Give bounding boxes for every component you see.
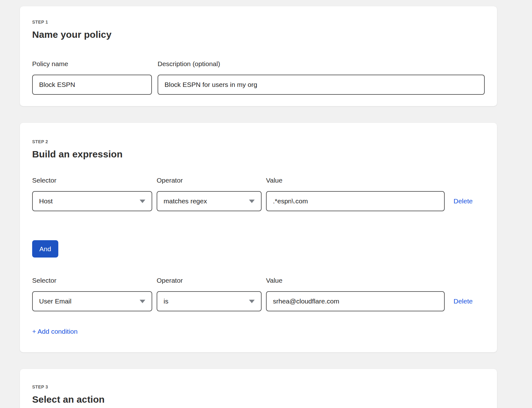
step2-title: Build an expression xyxy=(32,149,485,160)
value-field: Value xyxy=(266,177,445,211)
selector-dropdown[interactable]: User Email xyxy=(32,291,152,311)
value-label: Value xyxy=(266,177,445,184)
selector-label: Selector xyxy=(32,277,152,284)
operator-label: Operator xyxy=(157,277,262,284)
selector-field: Selector User Email xyxy=(32,277,152,311)
step3-card: STEP 3 Select an action xyxy=(20,369,497,408)
condition-row: Selector User Email Operator is Value De… xyxy=(32,277,485,311)
selector-label: Selector xyxy=(32,177,152,184)
operator-field: Operator is xyxy=(157,277,262,311)
operator-dropdown[interactable]: is xyxy=(157,291,262,311)
policy-builder-page: STEP 1 Name your policy Policy name Desc… xyxy=(0,0,532,408)
add-condition-link[interactable]: + Add condition xyxy=(32,328,78,335)
policy-name-field: Policy name xyxy=(32,60,152,95)
condition-value-input[interactable] xyxy=(266,291,445,311)
step1-label: STEP 1 xyxy=(32,20,485,25)
value-field: Value xyxy=(266,277,445,311)
step3-label: STEP 3 xyxy=(32,384,485,389)
description-input[interactable] xyxy=(158,75,485,95)
step1-card: STEP 1 Name your policy Policy name Desc… xyxy=(20,6,497,106)
and-button[interactable]: And xyxy=(32,240,58,258)
selector-dropdown[interactable]: Host xyxy=(32,191,152,211)
chevron-down-icon xyxy=(249,300,255,303)
policy-name-row: Policy name Description (optional) xyxy=(32,60,485,95)
operator-field: Operator matches regex xyxy=(157,177,262,211)
description-label: Description (optional) xyxy=(158,60,485,68)
condition-value-input[interactable] xyxy=(266,191,445,211)
step1-title: Name your policy xyxy=(32,29,485,40)
step2-label: STEP 2 xyxy=(32,139,485,144)
delete-cell: Delete xyxy=(454,291,473,311)
delete-condition-link[interactable]: Delete xyxy=(454,197,473,205)
add-condition-row: + Add condition xyxy=(32,328,485,336)
selector-dropdown-value: Host xyxy=(39,197,53,205)
step2-card: STEP 2 Build an expression Selector Host… xyxy=(20,123,497,352)
chevron-down-icon xyxy=(140,300,145,303)
chevron-down-icon xyxy=(249,200,255,203)
operator-dropdown-value: matches regex xyxy=(164,197,207,205)
operator-dropdown-value: is xyxy=(164,298,168,305)
step3-title: Select an action xyxy=(32,394,485,405)
selector-dropdown-value: User Email xyxy=(39,298,72,305)
delete-cell: Delete xyxy=(454,191,473,211)
policy-name-input[interactable] xyxy=(32,75,152,95)
operator-label: Operator xyxy=(157,177,262,184)
delete-condition-link[interactable]: Delete xyxy=(454,298,473,305)
selector-field: Selector Host xyxy=(32,177,152,211)
policy-name-label: Policy name xyxy=(32,60,152,68)
description-field: Description (optional) xyxy=(158,60,485,95)
value-label: Value xyxy=(266,277,445,284)
chevron-down-icon xyxy=(140,200,145,203)
condition-row: Selector Host Operator matches regex Val… xyxy=(32,177,485,211)
operator-dropdown[interactable]: matches regex xyxy=(157,191,262,211)
